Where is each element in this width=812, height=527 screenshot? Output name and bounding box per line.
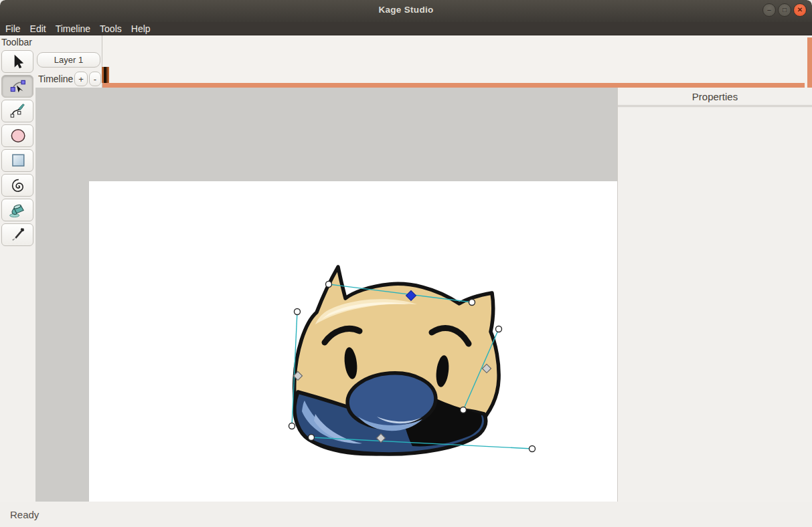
minimize-icon: − [767, 7, 771, 14]
maximize-button[interactable]: □ [778, 3, 791, 17]
add-frame-label: + [78, 74, 84, 84]
bezier-control-handle[interactable] [469, 300, 475, 306]
properties-title: Properties [618, 88, 812, 102]
close-icon: ✕ [797, 7, 803, 13]
draw-tool-button[interactable] [1, 100, 33, 122]
bezier-control-handle[interactable] [309, 435, 315, 441]
eyedropper-tool-button[interactable] [1, 223, 33, 246]
maximize-icon: □ [783, 7, 787, 13]
timeline-vertical-scrollbar[interactable] [807, 37, 812, 88]
paint-bucket-icon [9, 201, 26, 219]
status-bar: Ready [0, 502, 812, 527]
menu-timeline[interactable]: Timeline [56, 22, 90, 35]
select-tool-button[interactable] [1, 50, 33, 73]
bezier-control-handle[interactable] [461, 407, 467, 413]
spiral-tool-button[interactable] [1, 174, 33, 197]
rectangle-tool-button[interactable] [1, 149, 33, 172]
properties-panel: Properties [617, 88, 812, 502]
remove-frame-button[interactable]: - [89, 72, 101, 86]
canvas-artwork [89, 181, 625, 527]
minimize-button[interactable]: − [762, 3, 776, 17]
layer-1-button[interactable]: Layer 1 [37, 52, 100, 68]
toolbar-dock-label: Toolbar [1, 37, 32, 47]
menu-help[interactable]: Help [131, 22, 151, 35]
status-message: Ready [10, 509, 39, 520]
window-controls: − □ ✕ [762, 3, 807, 17]
pen-brush-icon [9, 102, 26, 120]
eyedropper-icon [9, 226, 26, 243]
add-frame-button[interactable]: + [74, 72, 88, 86]
bezier-control-handle[interactable] [289, 423, 295, 429]
menu-file[interactable]: File [5, 22, 21, 35]
bezier-control-handle[interactable] [496, 326, 502, 332]
timeline-dock-label: Timeline [38, 74, 73, 84]
spiral-icon [9, 177, 26, 194]
workspace [35, 88, 617, 502]
ellipse-icon [9, 127, 26, 144]
bezier-control-handle[interactable] [295, 309, 301, 315]
remove-frame-label: - [94, 74, 96, 84]
node-edit-icon [9, 78, 26, 95]
close-button[interactable]: ✕ [793, 3, 807, 17]
title-bar[interactable]: Kage Studio − □ ✕ [0, 0, 812, 22]
menu-bar: File Edit Timeline Tools Help [0, 22, 812, 35]
window-title: Kage Studio [0, 5, 812, 15]
bezier-control-handle[interactable] [530, 446, 536, 452]
menu-tools[interactable]: Tools [100, 22, 122, 35]
drawing-canvas[interactable] [89, 181, 625, 527]
ellipse-tool-button[interactable] [1, 124, 33, 147]
app-window: Kage Studio − □ ✕ File Edit Timeline Too… [0, 0, 812, 527]
properties-separator [618, 105, 812, 107]
bezier-control-handle[interactable] [326, 282, 332, 288]
node-edit-tool-button[interactable] [1, 75, 33, 98]
cat-head-drawing [295, 267, 499, 454]
menu-edit[interactable]: Edit [30, 22, 46, 35]
rectangle-icon [9, 152, 26, 169]
timeline-frames-area[interactable] [102, 35, 807, 83]
timeline-playhead[interactable] [102, 67, 109, 83]
layer-1-label: Layer 1 [54, 55, 83, 65]
fill-tool-button[interactable] [1, 199, 33, 221]
select-cursor-icon [9, 53, 26, 70]
